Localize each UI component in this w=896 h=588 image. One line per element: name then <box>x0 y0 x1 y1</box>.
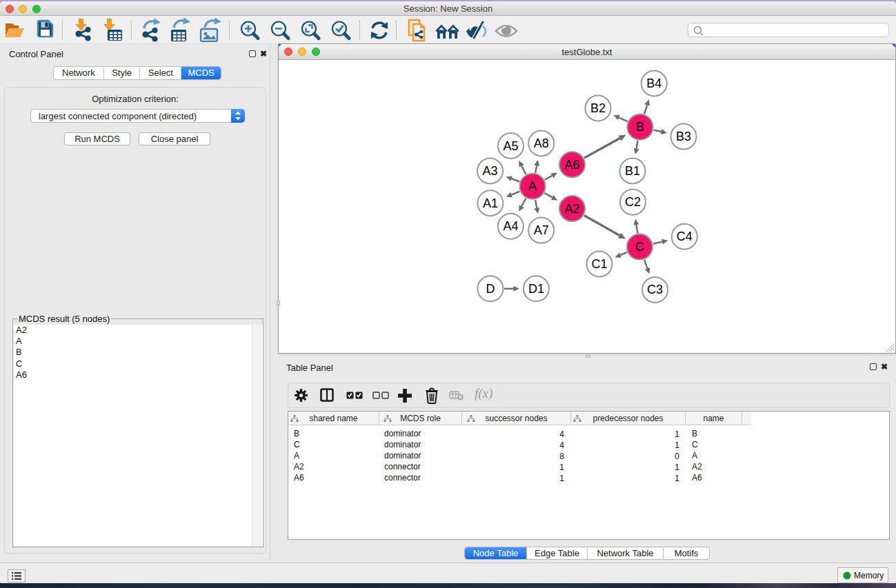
svg-text:A1: A1 <box>483 196 498 210</box>
svg-text:C2: C2 <box>625 195 641 209</box>
svg-text:B4: B4 <box>646 77 661 90</box>
svg-text:C3: C3 <box>647 283 663 296</box>
svg-text:C4: C4 <box>677 230 693 243</box>
svg-text:B3: B3 <box>676 130 691 143</box>
svg-text:A4: A4 <box>503 219 518 233</box>
svg-text:A3: A3 <box>482 164 497 178</box>
svg-text:C: C <box>635 240 644 254</box>
svg-text:A2: A2 <box>564 202 579 216</box>
svg-text:B1: B1 <box>625 164 640 178</box>
svg-text:B2: B2 <box>590 101 606 115</box>
svg-text:A: A <box>528 179 537 193</box>
svg-text:A5: A5 <box>503 139 518 153</box>
svg-text:D: D <box>486 282 495 296</box>
svg-text:D1: D1 <box>528 282 544 296</box>
svg-text:A8: A8 <box>534 136 549 150</box>
svg-text:A7: A7 <box>534 223 549 237</box>
svg-text:B: B <box>636 120 644 134</box>
svg-text:A6: A6 <box>564 158 579 172</box>
svg-text:C1: C1 <box>591 257 607 271</box>
